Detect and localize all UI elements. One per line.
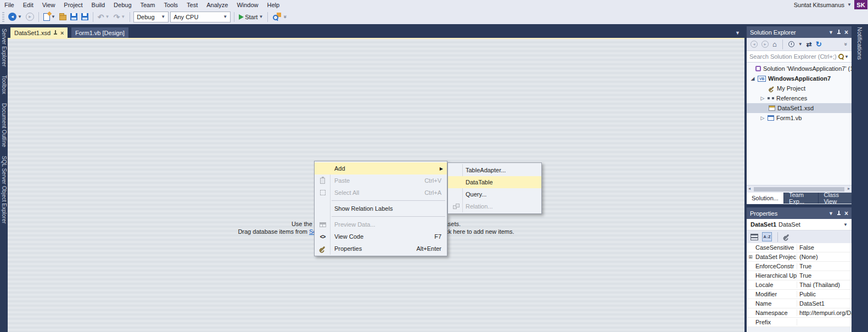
sidebar-item-document-outline[interactable]: Document Outline [1, 103, 7, 147]
menu-tools[interactable]: Tools [159, 2, 182, 8]
search-dropdown-icon[interactable]: ▼ [844, 54, 849, 59]
redo-button[interactable]: ↷▼ [113, 11, 127, 23]
pin-icon[interactable] [837, 29, 841, 35]
scroll-right-icon[interactable]: ▸ [848, 186, 850, 191]
context-menu-item-preview-data[interactable]: Preview Data... [315, 218, 447, 230]
sidebar-item-sql-server-object-explorer[interactable]: SQL Server Object Explorer [1, 156, 7, 224]
back-dropdown-icon[interactable]: ▼ [18, 14, 22, 19]
context-menu-item-paste[interactable]: PasteCtrl+V [315, 175, 447, 187]
property-row[interactable]: ⊞DataSet Projec(None) [747, 252, 852, 262]
new-project-button[interactable]: ▼ [42, 11, 57, 23]
home-icon[interactable]: ⌂ [772, 40, 777, 48]
sidebar-item-server-explorer[interactable]: Server Explorer [1, 29, 7, 66]
find-in-files-button[interactable] [271, 11, 282, 23]
menu-build[interactable]: Build [87, 2, 109, 8]
tab-team-explorer[interactable]: Team Exp... [784, 193, 819, 204]
close-icon[interactable]: × [844, 210, 848, 217]
solution-platform-combobox[interactable]: Any CPU▼ [170, 12, 231, 22]
tree-item-my-project[interactable]: My Project [747, 83, 852, 93]
pending-changes-filter-icon[interactable] [788, 41, 794, 47]
close-icon[interactable]: × [60, 30, 64, 36]
pin-icon[interactable] [53, 30, 58, 36]
properties-header[interactable]: Properties ▼ × [747, 207, 852, 219]
property-row[interactable]: CaseSensitiveFalse [747, 243, 852, 252]
sidebar-item-notifications[interactable]: Notifications [856, 27, 863, 60]
close-icon[interactable]: × [844, 29, 848, 36]
user-dropdown-icon[interactable]: ▼ [847, 2, 852, 7]
submenu-item-tableadapter[interactable]: TableAdapter... [448, 164, 541, 176]
avatar[interactable]: SK [854, 0, 867, 9]
context-menu-item-select-all[interactable]: Select AllCtrl+A [315, 187, 447, 199]
menu-window[interactable]: Window [232, 2, 262, 8]
expand-icon[interactable]: ⊞ [747, 254, 754, 260]
navigate-forward-button[interactable]: ▸ [25, 11, 35, 23]
window-position-dropdown-icon[interactable]: ▼ [828, 30, 833, 35]
tree-item-form1-vb[interactable]: ▷ Form1.vb [747, 113, 852, 123]
selected-object-combobox[interactable]: DataSet1 DataSet ▼ [747, 219, 852, 230]
open-file-button[interactable] [58, 11, 68, 23]
solution-configuration-combobox[interactable]: Debug▼ [133, 12, 169, 22]
submenu-item-relation[interactable]: Relation... [448, 200, 541, 212]
new-dropdown-icon[interactable]: ▼ [51, 14, 55, 19]
tree-item-solution[interactable]: Solution 'WindowsApplication7' (1 projec… [747, 64, 852, 74]
property-row[interactable]: NameDataSet1 [747, 299, 852, 308]
sidebar-item-toolbox[interactable]: Toolbox [1, 75, 7, 94]
menu-help[interactable]: Help [263, 2, 284, 8]
menu-team[interactable]: Team [136, 2, 160, 8]
tree-item-references[interactable]: ▷ References [747, 93, 852, 103]
menu-test[interactable]: Test [182, 2, 202, 8]
start-dropdown-icon[interactable]: ▼ [259, 14, 263, 19]
context-menu-item-show-relation-labels[interactable]: Show Relation Labels [315, 202, 447, 215]
undo-dropdown-icon[interactable]: ▼ [105, 14, 110, 19]
property-row[interactable]: ModifierPublic [747, 290, 852, 299]
pin-icon[interactable] [837, 210, 841, 216]
tab-solution-explorer[interactable]: Solution... [747, 193, 783, 204]
property-row[interactable]: Namespacehttp://tempuri.org/DataSet1.xsd [747, 308, 852, 318]
properties-view-icon[interactable] [784, 234, 789, 240]
alphabetical-sort-icon[interactable]: A↓Z [762, 232, 772, 241]
menu-view[interactable]: View [38, 2, 60, 8]
signed-in-user[interactable]: Suntat Kitsumanus [794, 2, 844, 8]
redo-dropdown-icon[interactable]: ▼ [121, 14, 125, 19]
start-debug-button[interactable]: Start▼ [238, 11, 264, 23]
forward-icon[interactable]: ▸ [761, 41, 769, 48]
tab-dataset1-xsd[interactable]: DataSet1.xsd × [10, 27, 68, 38]
expander-collapsed-icon[interactable]: ▷ [760, 115, 765, 121]
search-solution-explorer-input[interactable]: Search Solution Explorer (Ctrl+;) ▼ [747, 50, 852, 63]
categorized-view-icon[interactable] [751, 234, 758, 240]
filter-dropdown-icon[interactable]: ▼ [798, 42, 803, 47]
scrollbar-thumb[interactable] [754, 187, 844, 192]
expander-collapsed-icon[interactable]: ▷ [760, 95, 765, 101]
property-row[interactable]: Hierarchical UpTrue [747, 271, 852, 280]
tab-form1-vb-design[interactable]: Form1.vb [Design] [71, 27, 128, 38]
save-button[interactable] [69, 11, 79, 23]
context-menu-item-properties[interactable]: PropertiesAlt+Enter [315, 243, 447, 255]
toolbar-overflow-button[interactable]: » [283, 15, 289, 19]
expander-expanded-icon[interactable]: ◢ [750, 76, 755, 81]
refresh-icon[interactable]: ↻ [816, 40, 822, 48]
save-all-button[interactable] [80, 11, 89, 23]
tree-item-project[interactable]: ◢ VB WindowsApplication7 [747, 74, 852, 83]
horizontal-scrollbar[interactable]: ◂ ▸ [747, 185, 852, 193]
submenu-item-query[interactable]: Query... [448, 188, 541, 200]
tab-class-view[interactable]: Class View [819, 193, 852, 204]
property-row[interactable]: EnforceConstrTrue [747, 262, 852, 271]
window-position-dropdown-icon[interactable]: ▼ [828, 211, 833, 216]
property-row[interactable]: LocaleThai (Thailand) [747, 280, 852, 290]
menu-analyze[interactable]: Analyze [202, 2, 232, 8]
search-icon[interactable] [838, 54, 844, 60]
menu-edit[interactable]: Edit [19, 2, 38, 8]
sync-with-active-document-icon[interactable]: ⇄ [807, 41, 812, 48]
undo-button[interactable]: ↶▼ [97, 11, 111, 23]
context-menu-item-add[interactable]: Add▶ [315, 162, 447, 175]
toolbar-grip[interactable] [2, 12, 4, 22]
navigate-back-button[interactable]: ◂▼ [7, 11, 23, 23]
solution-explorer-header[interactable]: Solution Explorer ▼ × [747, 26, 852, 38]
submenu-item-datatable[interactable]: DataTable [448, 176, 541, 188]
tree-item-dataset1-xsd[interactable]: DataSet1.xsd [747, 103, 852, 113]
back-icon[interactable]: ◂ [751, 41, 758, 48]
context-menu-item-view-code[interactable]: <> View CodeF7 [315, 230, 447, 243]
menu-file[interactable]: File [0, 2, 19, 8]
toolbar-overflow-button[interactable]: » [843, 43, 849, 46]
scroll-left-icon[interactable]: ◂ [748, 186, 751, 191]
